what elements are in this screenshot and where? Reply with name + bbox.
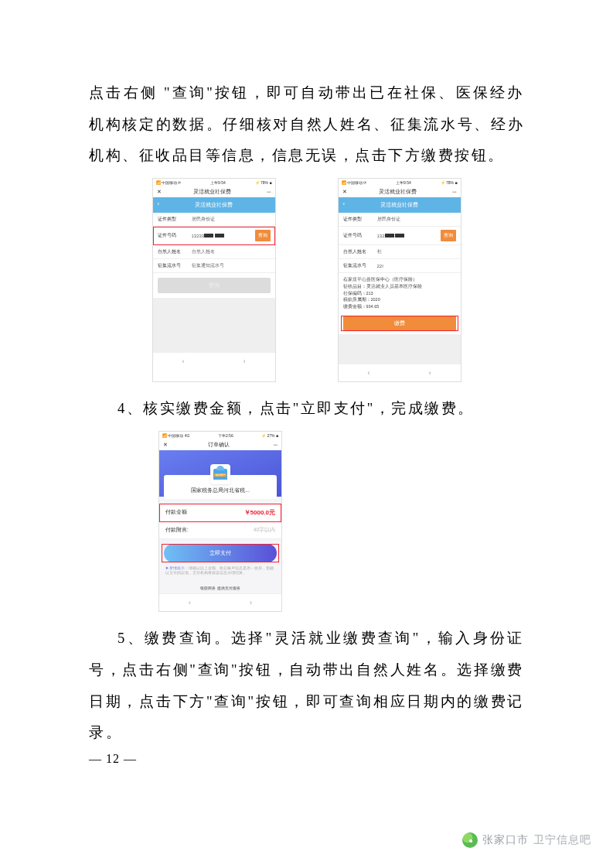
tip: ▶友情提示：请确认以上金额、收款账户信息是否一致后，您确认支付的款项，支付机构将…	[159, 565, 281, 582]
label: 证件类型	[343, 216, 374, 223]
info-org: 石家庄平山县医保中心（医疗保险）	[343, 276, 456, 283]
merchant-icon: 收款商户	[210, 464, 230, 484]
merchant-card: 收款商户 国家税务总局河北省税...	[164, 475, 277, 499]
row-serial: 征集流水号 征集通知流水号	[153, 259, 275, 273]
back-icon[interactable]: ‹	[158, 200, 160, 207]
carrier: 📶 中国移动 ⟳	[156, 180, 182, 185]
query-button[interactable]: 查询	[255, 230, 271, 241]
row-id-type: 证件类型 居民身份证	[153, 213, 275, 227]
amount-label: 付款金额	[165, 509, 187, 516]
phone-screenshot-3: 📶 中国移动 4G 下午2:56 ⚡ 27% ■ ✕ 订单确认 ••• 收款商户…	[158, 431, 282, 613]
battery: ⚡ 78% ■	[441, 180, 458, 185]
query-button[interactable]: 查询	[441, 230, 456, 241]
page-header: ‹ 灵活就业社保费	[339, 197, 461, 213]
time: 上午9:54	[396, 180, 411, 185]
watermark-text-a: 张家口市	[482, 833, 529, 847]
status-bar: 📶 中国移动 ⟳ 上午9:54 ⚡ 78% ■	[153, 179, 275, 186]
paragraph-2: 4、核实缴费金额，点击"立即支付"，完成缴费。	[89, 393, 524, 425]
value: 征集通知流水号	[189, 262, 271, 269]
info-amount: 缴费金额：934.65	[343, 303, 456, 310]
nav-forward-icon[interactable]: ›	[243, 357, 246, 365]
battery: ⚡ 78% ■	[255, 180, 272, 185]
nav-back-icon[interactable]: ‹	[189, 599, 191, 607]
paragraph-3: 5、缴费查询。选择"灵活就业缴费查询"，输入身份证号，点击右侧"查询"按钮，自动…	[89, 623, 524, 749]
status-bar: 📶 中国移动 4G 下午2:56 ⚡ 27% ■	[159, 432, 281, 439]
submit-button-disabled: 查询	[158, 278, 271, 293]
info-period: 税款所属期：2020	[343, 296, 456, 303]
amount-value: ￥5000.0元	[244, 508, 275, 517]
more-icon[interactable]: •••	[267, 190, 271, 194]
label: 自然人姓名	[343, 248, 374, 255]
battery: ⚡ 27% ■	[261, 433, 278, 438]
nav-title: 灵活就业社保费	[168, 188, 258, 196]
row-name: 自然人姓名 杜	[339, 245, 461, 259]
nav-forward-icon[interactable]: ›	[250, 599, 252, 607]
label: 征集流水号	[158, 262, 189, 269]
page-header: ‹ 灵活就业社保费	[153, 197, 275, 213]
watermark-text-b: 卫宁信息吧	[533, 833, 591, 847]
row-serial: 征集流水号 22I	[339, 259, 461, 273]
more-icon[interactable]: •••	[452, 190, 456, 194]
info-item: 征收品目：灵活就业人员基本医疗保险	[343, 283, 456, 290]
phone-screenshot-1: 📶 中国移动 ⟳ 上午9:54 ⚡ 78% ■ ✕ 灵活就业社保费 ••• ‹ …	[152, 178, 276, 382]
screenshot-row-1: 📶 中国移动 ⟳ 上午9:54 ⚡ 78% ■ ✕ 灵活就业社保费 ••• ‹ …	[89, 178, 524, 382]
watermark: 张家口市卫宁信息吧	[462, 832, 591, 848]
row-id-type: 证件类型 居民身份证	[339, 213, 461, 227]
note-label: 付款附言:	[165, 527, 189, 534]
value: 杜	[374, 248, 456, 255]
note-placeholder[interactable]: 40字以内	[254, 527, 275, 534]
bottom-nav: ‹ ›	[339, 364, 461, 381]
service-footer: 银联商务 提供支付服务	[159, 581, 281, 593]
info-block: 石家庄平山县医保中心（医疗保险） 征收品目：灵活就业人员基本医疗保险 社保编码：…	[339, 273, 461, 313]
value: 居民身份证	[189, 216, 271, 223]
nav-title: 灵活就业社保费	[353, 188, 444, 196]
nav-title: 订单确认	[174, 441, 264, 449]
back-icon[interactable]: ‹	[343, 200, 346, 207]
value: 22I	[374, 264, 456, 268]
status-bar: 📶 中国移动 ⟳ 上午9:54 ⚡ 78% ■	[339, 179, 461, 186]
value: 自然人姓名	[189, 248, 271, 255]
label: 征集流水号	[343, 262, 374, 269]
row-id-number: 证件号码 13233 查询	[153, 227, 275, 245]
nav-bar: ✕ 灵活就业社保费 •••	[339, 186, 461, 197]
paragraph-1: 点击右侧 "查询"按钮，即可自动带出已在社保、医保经办机构核定的数据。仔细核对自…	[89, 77, 524, 172]
pay-now-button[interactable]: 立即支付	[164, 544, 277, 562]
label: 自然人姓名	[158, 248, 189, 255]
blank-area	[153, 298, 275, 352]
wechat-icon	[462, 832, 478, 848]
bottom-nav: ‹ ›	[153, 352, 275, 370]
label: 证件号码	[343, 232, 374, 239]
time: 下午2:56	[218, 433, 233, 438]
info-code: 社保编码：213	[343, 290, 456, 297]
carrier: 📶 中国移动 ⟳	[342, 180, 367, 185]
amount-row: 付款金额 ￥5000.0元	[159, 504, 281, 522]
row-name: 自然人姓名 自然人姓名	[153, 245, 275, 259]
carrier: 📶 中国移动 4G	[162, 433, 189, 438]
nav-back-icon[interactable]: ‹	[182, 357, 185, 365]
bottom-nav: ‹ ›	[159, 593, 281, 611]
close-icon[interactable]: ✕	[163, 442, 168, 448]
more-icon[interactable]: •••	[274, 443, 278, 447]
blank-area	[339, 334, 461, 364]
time: 上午9:54	[210, 180, 226, 185]
close-icon[interactable]: ✕	[342, 189, 347, 195]
nav-forward-icon[interactable]: ›	[429, 369, 431, 377]
page-number: — 12 —	[89, 752, 524, 766]
screenshot-row-2: 📶 中国移动 4G 下午2:56 ⚡ 27% ■ ✕ 订单确认 ••• 收款商户…	[89, 431, 524, 613]
phone-screenshot-2: 📶 中国移动 ⟳ 上午9:54 ⚡ 78% ■ ✕ 灵活就业社保费 ••• ‹ …	[338, 178, 461, 382]
value: 居民身份证	[374, 216, 456, 223]
merchant-badge: 收款商户	[214, 473, 226, 477]
row-id-number: 证件号码 132 查询	[339, 227, 461, 245]
merchant-name: 国家税务总局河北省税...	[167, 487, 274, 494]
value[interactable]: 13233	[189, 234, 255, 238]
value[interactable]: 132	[374, 234, 441, 238]
nav-back-icon[interactable]: ‹	[368, 369, 370, 377]
nav-bar: ✕ 灵活就业社保费 •••	[153, 186, 275, 197]
close-icon[interactable]: ✕	[157, 189, 162, 195]
label: 证件类型	[158, 216, 189, 223]
nav-bar: ✕ 订单确认 •••	[159, 439, 281, 450]
note-row: 付款附言: 40字以内	[159, 522, 281, 539]
pay-button[interactable]: 缴费	[343, 316, 456, 331]
label: 证件号码	[158, 232, 189, 239]
